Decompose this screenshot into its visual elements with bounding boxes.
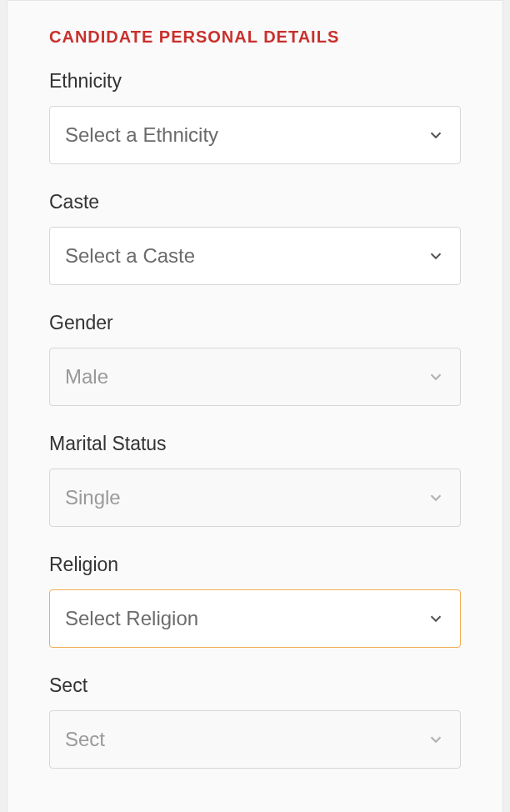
select-value-caste: Select a Caste [65, 244, 427, 268]
label-caste: Caste [49, 191, 461, 213]
chevron-down-icon [427, 247, 445, 265]
select-value-religion: Select Religion [65, 607, 427, 630]
chevron-down-icon [427, 126, 445, 144]
select-caste[interactable]: Select a Caste [49, 227, 461, 285]
select-value-sect: Sect [65, 728, 427, 751]
select-religion[interactable]: Select Religion [49, 589, 461, 648]
select-value-ethnicity: Select a Ethnicity [65, 123, 427, 147]
select-value-marital-status: Single [65, 486, 427, 509]
field-sect: Sect Sect [49, 674, 461, 769]
field-marital-status: Marital Status Single [49, 433, 461, 527]
field-ethnicity: Ethnicity Select a Ethnicity [49, 70, 461, 164]
chevron-down-icon [427, 730, 445, 749]
section-title: CANDIDATE PERSONAL DETAILS [49, 28, 461, 47]
chevron-down-icon [427, 489, 445, 507]
select-gender[interactable]: Male [49, 348, 461, 406]
label-marital-status: Marital Status [49, 433, 461, 455]
field-religion: Religion Select Religion [49, 554, 461, 648]
select-ethnicity[interactable]: Select a Ethnicity [49, 106, 461, 164]
select-marital-status[interactable]: Single [49, 469, 461, 527]
label-religion: Religion [49, 554, 461, 576]
select-value-gender: Male [65, 365, 427, 388]
field-caste: Caste Select a Caste [49, 191, 461, 285]
chevron-down-icon [427, 368, 445, 386]
label-sect: Sect [49, 674, 461, 697]
chevron-down-icon [427, 609, 445, 628]
label-gender: Gender [49, 312, 461, 334]
select-sect[interactable]: Sect [49, 710, 461, 769]
label-ethnicity: Ethnicity [49, 70, 461, 93]
field-gender: Gender Male [49, 312, 461, 406]
form-container: CANDIDATE PERSONAL DETAILS Ethnicity Sel… [7, 0, 503, 812]
